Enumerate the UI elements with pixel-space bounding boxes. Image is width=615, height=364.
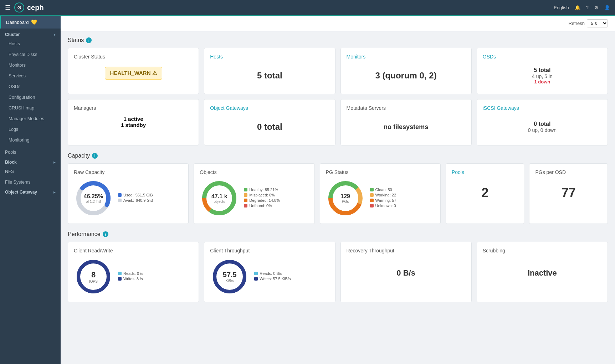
capacity-section-header: Capacity i (68, 153, 608, 159)
hamburger-icon[interactable]: ☰ (5, 4, 11, 11)
sidebar-item-filesystems[interactable]: File Systems (0, 177, 61, 188)
scrubbing-card: Scrubbing Inactive (477, 242, 608, 302)
avail-value: 640.9 GiB (136, 198, 153, 202)
logo-icon: ⊙ (14, 2, 24, 12)
refresh-select[interactable]: 5 s 10 s 30 s (587, 19, 608, 27)
sidebar-object-gateway-section[interactable]: Object Gateway ▸ (0, 188, 61, 196)
raw-capacity-title: Raw Capacity (74, 169, 183, 175)
iscsi-gateways-updown: 0 up, 0 down (528, 127, 557, 133)
sidebar-item-manager-modules[interactable]: Manager Modules (0, 113, 61, 124)
reads-label: Reads: 0 /s (123, 271, 143, 276)
iscsi-gateways-title[interactable]: iSCSI Gateways (483, 105, 602, 111)
sidebar-item-pools[interactable]: Pools (0, 147, 61, 158)
pools-card: Pools 2 (446, 163, 524, 224)
sidebar-item-services[interactable]: Services (0, 71, 61, 81)
notifications-icon[interactable]: 🔔 (575, 5, 580, 10)
metadata-servers-title: Metadata Servers (347, 105, 466, 111)
sidebar-item-nfs[interactable]: NFS (0, 166, 61, 177)
degraded-label: Degraded: 14.8% (249, 198, 280, 202)
sidebar-item-hosts[interactable]: Hosts (0, 39, 61, 49)
objects-title: Objects (200, 169, 308, 175)
managers-standby: 1 standby (74, 122, 193, 128)
monitors-card: Monitors 3 (quorum 0, 2) (340, 48, 472, 94)
performance-info-icon[interactable]: i (103, 231, 108, 237)
hosts-card: Hosts 5 total (204, 48, 335, 94)
used-label: Used: (123, 193, 134, 197)
hosts-title[interactable]: Hosts (210, 54, 329, 60)
metadata-servers-card: Metadata Servers no filesystems (340, 99, 472, 145)
scrubbing-title: Scrubbing (483, 248, 602, 253)
pgs-per-osd-title: PGs per OSD (535, 169, 602, 175)
performance-cards-grid: Client Read/Write 8 IOPS (68, 242, 608, 302)
recovery-throughput-value: 0 B/s (396, 268, 415, 278)
osds-title[interactable]: OSDs (483, 54, 602, 60)
managers-active: 1 active (74, 116, 193, 122)
pg-status-subtitle: PGs (340, 200, 350, 204)
writes-dot (118, 277, 122, 281)
refresh-control: Refresh 5 s 10 s 30 s (568, 19, 608, 27)
help-icon[interactable]: ? (586, 5, 589, 10)
sidebar-block-section[interactable]: Block ▸ (0, 158, 61, 166)
sidebar-cluster-section[interactable]: Cluster ▾ (0, 29, 61, 39)
client-readwrite-subtitle: IOPS (89, 280, 98, 283)
language-selector[interactable]: English (554, 5, 569, 10)
cluster-status-title: Cluster Status (74, 54, 193, 60)
status-info-icon[interactable]: i (86, 37, 92, 43)
pools-title[interactable]: Pools (452, 169, 518, 175)
capacity-cards-grid: Raw Capacity 46.25% of 1.2 TiB (68, 163, 608, 224)
cluster-section-label: Cluster (5, 32, 20, 37)
raw-capacity-donut-container: 46.25% of 1.2 TiB Used: 551.5 GiB (74, 179, 183, 218)
client-throughput-subtitle: KiB/s (223, 279, 237, 283)
osds-down: 1 down (534, 79, 550, 84)
throughput-writes-dot (254, 277, 258, 281)
client-throughput-donut-container: 57.5 KiB/s Reads: 0 B/s Writes: (210, 257, 329, 296)
pgs-per-osd-card: PGs per OSD 77 (529, 163, 608, 224)
pg-status-value: 129 (340, 193, 350, 200)
sidebar-item-dashboard[interactable]: Dashboard 💛 (0, 16, 61, 29)
monitors-title[interactable]: Monitors (347, 54, 466, 60)
pg-status-title: PG Status (326, 169, 435, 175)
capacity-info-icon[interactable]: i (92, 153, 98, 159)
used-value: 551.5 GiB (135, 193, 153, 197)
sidebar-item-osds[interactable]: OSDs (0, 81, 61, 92)
dashboard-heart-icon: 💛 (31, 19, 37, 25)
metadata-servers-value: no filesystems (384, 123, 428, 131)
user-icon[interactable]: 👤 (604, 5, 610, 10)
throughput-reads-dot (254, 272, 258, 275)
settings-icon[interactable]: ⚙ (594, 5, 599, 10)
sidebar-item-monitoring[interactable]: Monitoring (0, 135, 61, 145)
managers-title: Managers (74, 105, 193, 111)
scrubbing-value: Inactive (528, 268, 557, 278)
client-throughput-legend: Reads: 0 B/s Writes: 57.5 KiB/s (254, 271, 291, 282)
client-readwrite-title: Client Read/Write (74, 248, 193, 253)
client-readwrite-donut: 8 IOPS (74, 257, 113, 296)
osds-total: 5 total (534, 67, 550, 73)
cluster-status-card: Cluster Status HEALTH_WARN ⚠ (68, 48, 199, 94)
page-header: Refresh 5 s 10 s 30 s (61, 16, 615, 31)
status-section-header: Status i (68, 37, 608, 43)
performance-section-header: Performance i (68, 231, 608, 237)
object-gateways-title[interactable]: Object Gateways (210, 105, 329, 111)
client-readwrite-value: 8 (89, 270, 98, 280)
client-throughput-card: Client Throughput 57.5 KiB/s (204, 242, 335, 302)
unfound-label: Unfound: 0% (249, 204, 272, 208)
block-section-label: Block (5, 160, 17, 165)
content-area: Status i Cluster Status HEALTH_WARN ⚠ Ho… (61, 31, 615, 308)
sidebar-item-configuration[interactable]: Configuration (0, 92, 61, 103)
raw-capacity-card: Raw Capacity 46.25% of 1.2 TiB (68, 163, 189, 224)
objects-subtitle: objects (211, 200, 227, 204)
reads-dot (118, 272, 122, 275)
sidebar-item-physical-disks[interactable]: Physical Disks (0, 49, 61, 60)
sidebar-item-crush-map[interactable]: CRUSH map (0, 103, 61, 113)
objects-legend: Healthy: 85.21% Misplaced: 0% Degraded: … (244, 188, 280, 209)
sidebar-item-monitors[interactable]: Monitors (0, 60, 61, 71)
cluster-chevron-icon: ▾ (53, 32, 56, 37)
objects-value: 47.1 k (211, 193, 227, 200)
recovery-throughput-title: Recovery Throughput (347, 248, 466, 253)
monitors-value: 3 (quorum 0, 2) (375, 71, 437, 81)
unfound-dot (244, 204, 247, 207)
working-label: Working: 22 (375, 193, 396, 197)
sidebar-item-logs[interactable]: Logs (0, 124, 61, 135)
raw-capacity-subtitle: of 1.2 TiB (84, 200, 103, 204)
managers-card: Managers 1 active 1 standby (68, 99, 199, 145)
